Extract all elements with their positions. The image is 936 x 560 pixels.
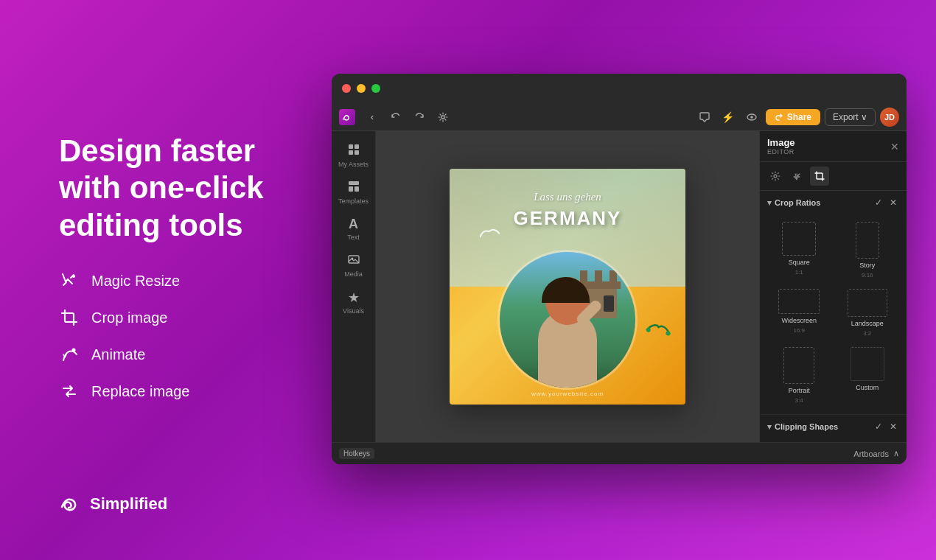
panel-header: Image EDITOR ✕ — [760, 131, 907, 162]
share-button[interactable]: Share — [766, 109, 820, 125]
main-area: My Assets Templates A Text Media ★ Vis — [332, 131, 907, 442]
ratio-value-story: 9:16 — [862, 272, 873, 279]
traffic-light-green[interactable] — [371, 84, 380, 93]
assets-icon — [347, 143, 360, 159]
ratio-item-widescreen[interactable]: Widescreen 16:9 — [767, 286, 831, 340]
ratio-box-square — [782, 222, 816, 256]
text-icon: A — [349, 217, 358, 232]
panel-title: Image — [767, 137, 795, 148]
ratio-box-story — [856, 222, 879, 259]
brand-name: Simplified — [90, 494, 167, 514]
crop-ratio-grid: Square 1:1 Story 9:16 Widescreen 16:9 — [760, 214, 907, 414]
feature-item-animate: Animate — [59, 344, 264, 365]
crop-image-icon — [59, 307, 80, 328]
ratio-label-custom: Custom — [856, 384, 879, 391]
crop-image-label: Crop image — [91, 309, 167, 326]
shapes-close-button[interactable]: ✕ — [887, 421, 899, 433]
visuals-icon: ★ — [348, 290, 360, 306]
tab-magic[interactable] — [788, 167, 807, 186]
sidebar-item-media[interactable]: Media — [335, 248, 373, 282]
svg-rect-6 — [355, 144, 359, 149]
ratio-item-square[interactable]: Square 1:1 — [767, 219, 831, 281]
magic-resize-icon — [59, 270, 80, 291]
user-avatar: JD — [880, 108, 899, 127]
bolt-button[interactable]: ⚡ — [719, 108, 738, 127]
left-content: Design faster with one-click editing too… — [59, 133, 264, 402]
sidebar-item-text[interactable]: A Text — [335, 212, 373, 245]
svg-rect-10 — [349, 186, 353, 192]
feature-item-crop-image: Crop image — [59, 307, 264, 328]
magic-resize-label: Magic Resize — [91, 273, 180, 290]
svg-point-4 — [750, 116, 753, 119]
svg-rect-7 — [349, 150, 353, 155]
crop-ratios-title: ▾ Crop Ratios — [767, 198, 820, 208]
canvas-area: Lass uns gehen GERMANY — [376, 131, 759, 442]
back-button[interactable]: ‹ — [363, 108, 382, 127]
comment-button[interactable] — [695, 108, 714, 127]
svg-point-0 — [72, 275, 75, 278]
toolbar: ‹ ⚡ Share Export ∨ JD — [332, 103, 907, 131]
ratio-box-landscape — [848, 289, 887, 317]
svg-rect-5 — [349, 144, 353, 149]
ratio-label-portrait: Portrait — [789, 387, 810, 394]
crop-check-button[interactable]: ✓ — [873, 197, 884, 209]
sidebar-item-assets[interactable]: My Assets — [335, 139, 373, 172]
feature-item-replace-image: Replace image — [59, 381, 264, 402]
tab-settings[interactable] — [766, 167, 785, 186]
panel-subtitle: EDITOR — [767, 148, 795, 155]
panel-close-button[interactable]: ✕ — [890, 141, 899, 153]
hotkeys-button[interactable]: Hotkeys — [339, 448, 374, 459]
replace-image-label: Replace image — [91, 383, 189, 400]
shapes-check-button[interactable]: ✓ — [873, 421, 884, 433]
design-text-main: GERMANY — [450, 207, 685, 230]
traffic-light-yellow[interactable] — [357, 84, 366, 93]
crop-ratios-header[interactable]: ▾ Crop Ratios ✓ ✕ — [760, 191, 907, 214]
ratio-value-widescreen: 16:9 — [793, 327, 805, 334]
crop-ratios-section: ▾ Crop Ratios ✓ ✕ Square 1:1 — [760, 191, 907, 415]
panel-title-area: Image EDITOR — [767, 137, 795, 155]
svg-point-15 — [666, 331, 671, 336]
brand-icon — [59, 492, 83, 516]
circle-photo — [497, 250, 638, 390]
svg-point-2 — [441, 116, 444, 119]
eye-button[interactable] — [742, 108, 761, 127]
design-text-top: Lass uns gehen — [450, 191, 685, 203]
ratio-item-landscape[interactable]: Landscape 3:2 — [836, 286, 900, 340]
sidebar-item-visuals[interactable]: ★ Visuals — [335, 285, 373, 319]
crop-close-button[interactable]: ✕ — [887, 197, 899, 209]
right-panel: Image EDITOR ✕ — [759, 131, 907, 442]
export-button[interactable]: Export ∨ — [825, 108, 876, 126]
design-canvas: Lass uns gehen GERMANY — [450, 169, 685, 405]
ratio-value-square: 1:1 — [795, 269, 803, 276]
ratio-label-square: Square — [789, 259, 810, 266]
ratio-item-story[interactable]: Story 9:16 — [836, 219, 900, 281]
feature-item-magic-resize: Magic Resize — [59, 270, 264, 291]
chevron-down-icon-2: ▾ — [767, 422, 772, 432]
ratio-value-portrait: 3:4 — [795, 397, 803, 404]
ratio-item-portrait[interactable]: Portrait 3:4 — [767, 344, 831, 407]
undo-button[interactable] — [386, 108, 405, 127]
svg-point-1 — [72, 349, 76, 352]
feature-list: Magic Resize Crop image Animate — [59, 270, 264, 402]
chevron-down-icon: ▾ — [767, 198, 772, 208]
panel-tabs — [760, 162, 907, 191]
visuals-label: Visuals — [343, 307, 364, 315]
ratio-value-landscape: 3:2 — [863, 330, 871, 337]
traffic-light-red[interactable] — [342, 84, 351, 93]
sidebar-item-templates[interactable]: Templates — [335, 175, 373, 209]
assets-label: My Assets — [338, 161, 369, 168]
clipping-shapes-header[interactable]: ▾ Clipping Shapes ✓ ✕ — [760, 415, 907, 438]
ratio-item-custom[interactable]: Custom — [836, 344, 900, 407]
settings-button[interactable] — [433, 108, 453, 127]
ratio-label-story: Story — [859, 262, 875, 269]
brand-logo: Simplified — [59, 492, 167, 516]
replace-image-icon — [59, 381, 80, 402]
svg-rect-11 — [355, 186, 359, 192]
ratio-label-widescreen: Widescreen — [781, 317, 817, 324]
redo-button[interactable] — [410, 108, 429, 127]
svg-point-16 — [774, 175, 777, 178]
tab-crop[interactable] — [810, 167, 829, 186]
crop-section-actions: ✓ ✕ — [873, 197, 899, 209]
animate-icon — [59, 344, 80, 365]
svg-rect-8 — [355, 150, 359, 155]
